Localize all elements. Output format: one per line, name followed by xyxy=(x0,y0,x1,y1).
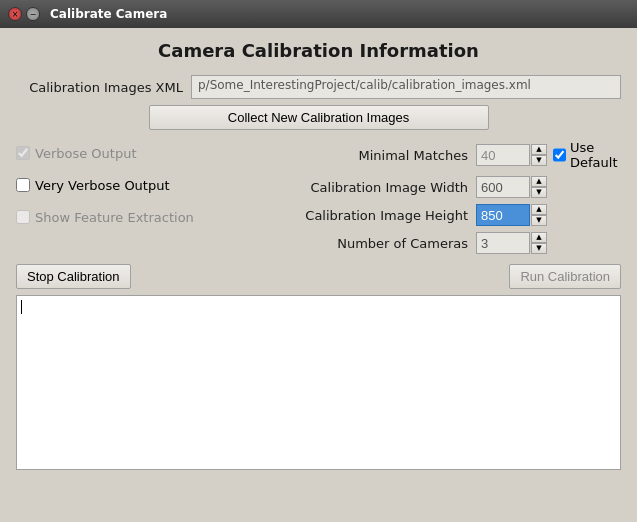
stop-calibration-button[interactable]: Stop Calibration xyxy=(16,264,131,289)
close-button[interactable]: × xyxy=(8,7,22,21)
window-title: Calibrate Camera xyxy=(50,7,167,21)
calib-width-arrows: ▲ ▼ xyxy=(531,176,547,198)
minimize-button[interactable]: − xyxy=(26,7,40,21)
show-feature-extraction-checkbox[interactable] xyxy=(16,210,30,224)
num-cameras-arrows: ▲ ▼ xyxy=(531,232,547,254)
minimal-matches-up[interactable]: ▲ xyxy=(531,144,547,155)
num-cameras-row: Number of Cameras ▲ ▼ xyxy=(296,232,621,254)
window-controls[interactable]: × − xyxy=(8,7,40,21)
verbose-output-label[interactable]: Verbose Output xyxy=(16,146,137,161)
calib-height-up[interactable]: ▲ xyxy=(531,204,547,215)
calib-width-up[interactable]: ▲ xyxy=(531,176,547,187)
calib-width-spin: ▲ ▼ xyxy=(476,176,547,198)
calib-height-label: Calibration Image Height xyxy=(296,208,476,223)
num-cameras-input[interactable] xyxy=(476,232,530,254)
num-cameras-label: Number of Cameras xyxy=(296,236,476,251)
calib-height-spin: ▲ ▼ xyxy=(476,204,547,226)
very-verbose-output-row: Very Verbose Output xyxy=(16,172,296,198)
minimal-matches-down[interactable]: ▼ xyxy=(531,155,547,166)
page-title: Camera Calibration Information xyxy=(16,40,621,61)
title-bar: × − Calibrate Camera xyxy=(0,0,637,28)
bottom-bar: Stop Calibration Run Calibration xyxy=(16,264,621,289)
cursor xyxy=(21,300,22,314)
use-default-checkbox[interactable] xyxy=(553,148,566,162)
xml-input[interactable]: p/Some_InterestingProject/calib/calibrat… xyxy=(191,75,621,99)
minimal-matches-row: Minimal Matches ▲ ▼ Use Default xyxy=(296,140,621,170)
collect-images-button[interactable]: Collect New Calibration Images xyxy=(149,105,489,130)
window-body: Camera Calibration Information Calibrati… xyxy=(0,28,637,482)
calib-height-input[interactable] xyxy=(476,204,530,226)
minimal-matches-spin: ▲ ▼ xyxy=(476,144,547,166)
very-verbose-output-checkbox[interactable] xyxy=(16,178,30,192)
minimize-icon: − xyxy=(30,10,37,19)
right-options: Minimal Matches ▲ ▼ Use Default Calibrat… xyxy=(296,140,621,260)
calib-width-row: Calibration Image Width ▲ ▼ xyxy=(296,176,621,198)
num-cameras-spin: ▲ ▼ xyxy=(476,232,547,254)
xml-label: Calibration Images XML xyxy=(16,80,191,95)
run-calibration-button[interactable]: Run Calibration xyxy=(509,264,621,289)
minimal-matches-label: Minimal Matches xyxy=(296,148,476,163)
num-cameras-up[interactable]: ▲ xyxy=(531,232,547,243)
show-feature-extraction-row: Show Feature Extraction xyxy=(16,204,296,230)
minimal-matches-input[interactable] xyxy=(476,144,530,166)
verbose-output-row: Verbose Output xyxy=(16,140,296,166)
verbose-output-checkbox[interactable] xyxy=(16,146,30,160)
show-feature-extraction-label[interactable]: Show Feature Extraction xyxy=(16,210,194,225)
calib-width-label: Calibration Image Width xyxy=(296,180,476,195)
calib-width-down[interactable]: ▼ xyxy=(531,187,547,198)
minimal-matches-arrows: ▲ ▼ xyxy=(531,144,547,166)
left-options: Verbose Output Very Verbose Output Show … xyxy=(16,140,296,260)
calib-height-down[interactable]: ▼ xyxy=(531,215,547,226)
close-icon: × xyxy=(12,10,19,19)
num-cameras-down[interactable]: ▼ xyxy=(531,243,547,254)
calib-height-row: Calibration Image Height ▲ ▼ xyxy=(296,204,621,226)
output-area[interactable] xyxy=(16,295,621,470)
use-default-label[interactable]: Use Default xyxy=(553,140,621,170)
very-verbose-output-label[interactable]: Very Verbose Output xyxy=(16,178,170,193)
calib-height-arrows: ▲ ▼ xyxy=(531,204,547,226)
options-section: Verbose Output Very Verbose Output Show … xyxy=(16,140,621,260)
xml-row: Calibration Images XML p/Some_Interestin… xyxy=(16,75,621,99)
calib-width-input[interactable] xyxy=(476,176,530,198)
